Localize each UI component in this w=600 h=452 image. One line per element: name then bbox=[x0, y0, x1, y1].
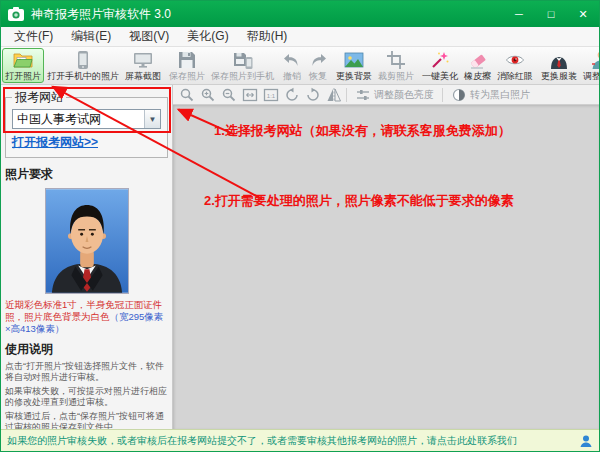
customer-service-icon[interactable] bbox=[579, 434, 593, 448]
open-phone-photo-button[interactable]: 打开手机中的照片 bbox=[44, 48, 122, 83]
view-toolbar: 1:1 调整颜色亮度 转为黑白照片 bbox=[173, 85, 599, 105]
titlebar: 神奇报考照片审核软件 3.0 ─ □ ✕ bbox=[1, 1, 599, 27]
crop-photo-button[interactable]: 裁剪照片 bbox=[375, 48, 417, 83]
redo-button[interactable]: 恢复 bbox=[305, 48, 331, 83]
sidebar: 报考网站 中国人事考试网 ▼ 打开报考网站>> 照片要求 bbox=[1, 85, 173, 429]
website-select-value: 中国人事考试网 bbox=[13, 111, 144, 128]
flip-horizontal-button[interactable] bbox=[324, 86, 344, 104]
close-button[interactable]: ✕ bbox=[567, 1, 599, 27]
website-select[interactable]: 中国人事考试网 ▼ bbox=[12, 109, 161, 129]
menu-file[interactable]: 文件(F) bbox=[5, 27, 62, 46]
save-to-phone-icon bbox=[233, 50, 253, 70]
photo-requirement-title: 照片要求 bbox=[5, 166, 168, 183]
app-window: 神奇报考照片审核软件 3.0 ─ □ ✕ 文件(F) 编辑(E) 视图(V) 美… bbox=[0, 0, 600, 452]
content-area: 报考网站 中国人事考试网 ▼ 打开报考网站>> 照片要求 bbox=[1, 85, 599, 429]
save-photo-button[interactable]: 保存照片 bbox=[166, 48, 208, 83]
grayscale-icon bbox=[451, 87, 467, 103]
save-to-phone-button[interactable]: 保存照片到手机 bbox=[208, 48, 277, 83]
change-clothes-icon bbox=[549, 50, 569, 70]
instruction-paragraph: 审核通过后，点击“保存照片”按钮可将通过审核的照片保存到文件中。 bbox=[5, 411, 168, 429]
instructions: 点击“打开照片”按钮选择照片文件，软件将自动对照片进行审核。 如果审核失败，可按… bbox=[5, 361, 168, 429]
status-message[interactable]: 如果您的照片审核失败，或者审核后在报考网站提交不了，或者需要审核其他报考网站的照… bbox=[7, 434, 573, 448]
undo-button[interactable]: 撤销 bbox=[279, 48, 305, 83]
save-photo-icon bbox=[177, 50, 197, 70]
photo-canvas bbox=[173, 105, 599, 429]
instructions-title: 使用说明 bbox=[5, 341, 168, 358]
menu-beautify[interactable]: 美化(G) bbox=[178, 27, 237, 46]
screenshot-button[interactable]: 屏幕截图 bbox=[122, 48, 164, 83]
adjust-color-button[interactable]: 调整颜色亮度 bbox=[349, 87, 440, 103]
exam-website-group-title: 报考网站 bbox=[12, 89, 66, 106]
statusbar: 如果您的照片审核失败，或者审核后在报考网站提交不了，或者需要审核其他报考网站的照… bbox=[1, 429, 599, 451]
crop-photo-icon bbox=[386, 50, 406, 70]
eraser-button[interactable]: 橡皮擦 bbox=[461, 48, 494, 83]
main-panel: 1:1 调整颜色亮度 转为黑白照片 bbox=[173, 85, 599, 429]
svg-text:1:1: 1:1 bbox=[267, 92, 276, 98]
change-background-button[interactable]: 更换背景 bbox=[333, 48, 375, 83]
photo-requirement-text: 近期彩色标准1寸，半身免冠正面证件照，照片底色背景为白色（宽295像素×高413… bbox=[5, 299, 168, 335]
menu-view[interactable]: 视图(V) bbox=[120, 27, 178, 46]
zoom-button[interactable] bbox=[177, 86, 197, 104]
open-phone-photo-icon bbox=[73, 50, 93, 70]
zoom-in-button[interactable] bbox=[198, 86, 218, 104]
open-website-link[interactable]: 打开报考网站>> bbox=[12, 134, 98, 151]
menubar: 文件(F) 编辑(E) 视图(V) 美化(G) 帮助(H) bbox=[1, 27, 599, 47]
instruction-paragraph: 点击“打开照片”按钮选择照片文件，软件将自动对照片进行审核。 bbox=[5, 361, 168, 383]
instruction-paragraph: 如果审核失败，可按提示对照片进行相应的修改处理直到通过审核。 bbox=[5, 386, 168, 408]
fit-window-button[interactable] bbox=[240, 86, 260, 104]
remove-red-eye-button[interactable]: 消除红眼 bbox=[494, 48, 536, 83]
minimize-button[interactable]: ─ bbox=[503, 1, 535, 27]
beautify-icon bbox=[430, 50, 450, 70]
open-photo-icon bbox=[13, 50, 33, 70]
beautify-button[interactable]: 一键美化 bbox=[419, 48, 461, 83]
maximize-button[interactable]: □ bbox=[535, 1, 567, 27]
sample-portrait-photo bbox=[45, 188, 129, 294]
actual-size-button[interactable]: 1:1 bbox=[261, 86, 281, 104]
main-toolbar: 打开照片 打开手机中的照片 屏幕截图 保存照片 保存照片到手机 bbox=[1, 47, 599, 85]
menu-help[interactable]: 帮助(H) bbox=[238, 27, 297, 46]
open-photo-button[interactable]: 打开照片 bbox=[2, 48, 44, 83]
toolbar-separator bbox=[346, 88, 347, 102]
rotate-left-button[interactable] bbox=[282, 86, 302, 104]
adjust-color-icon bbox=[355, 87, 371, 103]
redo-icon bbox=[308, 50, 328, 70]
adjust-shoulders-icon bbox=[591, 50, 599, 70]
change-clothes-button[interactable]: 更换服装 bbox=[538, 48, 580, 83]
screenshot-icon bbox=[133, 50, 153, 70]
app-icon bbox=[7, 5, 25, 23]
zoom-out-button[interactable] bbox=[219, 86, 239, 104]
to-grayscale-button[interactable]: 转为黑白照片 bbox=[445, 87, 536, 103]
rotate-right-button[interactable] bbox=[303, 86, 323, 104]
toolbar-separator bbox=[442, 88, 443, 102]
eraser-icon bbox=[468, 50, 488, 70]
exam-website-group: 报考网站 中国人事考试网 ▼ 打开报考网站>> bbox=[5, 89, 168, 158]
adjust-shoulders-button[interactable]: 调整两肩 bbox=[580, 48, 599, 83]
undo-icon bbox=[282, 50, 302, 70]
remove-red-eye-icon bbox=[505, 50, 525, 70]
change-background-icon bbox=[344, 50, 364, 70]
window-title: 神奇报考照片审核软件 3.0 bbox=[31, 6, 503, 23]
chevron-down-icon[interactable]: ▼ bbox=[144, 110, 160, 128]
menu-edit[interactable]: 编辑(E) bbox=[62, 27, 120, 46]
